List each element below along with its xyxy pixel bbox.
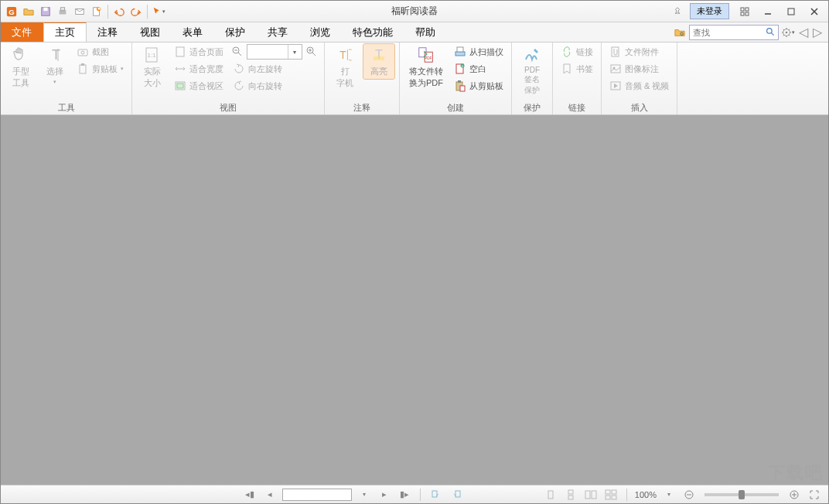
tab-features[interactable]: 特色功能 bbox=[342, 22, 404, 42]
fit-visible-button[interactable]: 适合视区 bbox=[171, 78, 227, 94]
tab-browse[interactable]: 浏览 bbox=[299, 22, 342, 42]
snapshot-button[interactable]: 截图 bbox=[73, 44, 127, 60]
nav-next-icon[interactable]: ▷ bbox=[811, 25, 824, 40]
scanner-icon bbox=[454, 46, 466, 58]
group-label: 插入 bbox=[606, 101, 672, 114]
from-clipboard-button[interactable]: 从剪贴板 bbox=[451, 78, 507, 94]
fit-width-button[interactable]: 适合宽度 bbox=[171, 61, 227, 77]
pdf-sign-button[interactable]: PDF 签名 保护 bbox=[517, 44, 548, 97]
open-icon[interactable] bbox=[21, 4, 36, 19]
svg-text:G: G bbox=[9, 7, 14, 15]
ribbon-options-icon[interactable] bbox=[734, 3, 756, 20]
page-dropdown-icon[interactable]: ▾ bbox=[357, 488, 372, 502]
continuous-icon[interactable] bbox=[563, 488, 578, 502]
email-icon[interactable] bbox=[72, 4, 87, 19]
title-bar: G ✱ ▾ 福昕阅读器 未登录 bbox=[1, 1, 828, 22]
bookmark-button[interactable]: 书签 bbox=[558, 61, 596, 77]
folder-search-icon[interactable] bbox=[672, 25, 687, 40]
document-area[interactable] bbox=[1, 115, 828, 485]
svg-rect-31 bbox=[177, 83, 183, 88]
tab-annotate[interactable]: 注释 bbox=[87, 22, 129, 42]
zoom-out-icon[interactable] bbox=[230, 44, 245, 60]
svg-rect-64 bbox=[592, 491, 596, 499]
facing-icon[interactable] bbox=[583, 488, 599, 502]
app-logo[interactable]: G bbox=[4, 4, 19, 19]
svg-rect-4 bbox=[60, 10, 67, 14]
maximize-icon[interactable] bbox=[780, 3, 802, 20]
continuous-facing-icon[interactable] bbox=[603, 488, 619, 502]
login-button[interactable]: 未登录 bbox=[690, 3, 729, 19]
next-page-icon[interactable]: ▸ bbox=[377, 488, 392, 502]
clipboard-button[interactable]: 剪贴板▾ bbox=[73, 61, 127, 77]
nav-forward-icon[interactable] bbox=[449, 488, 464, 502]
tab-help[interactable]: 帮助 bbox=[404, 22, 447, 42]
zoom-out-icon[interactable] bbox=[681, 488, 697, 502]
close-icon[interactable] bbox=[803, 3, 825, 20]
select-tool-button[interactable]: T 选择▾ bbox=[39, 44, 70, 87]
svg-rect-15 bbox=[788, 9, 794, 15]
link-button[interactable]: 链接 bbox=[558, 44, 596, 60]
rotate-left-button[interactable]: 向左旋转 bbox=[230, 61, 319, 77]
attach-file-button[interactable]: 文件附件 bbox=[606, 44, 672, 60]
zoom-dropdown-icon[interactable]: ▾ bbox=[661, 488, 677, 502]
zoom-in-icon[interactable] bbox=[786, 488, 802, 502]
highlight-button[interactable]: T 高亮 bbox=[363, 44, 394, 79]
svg-rect-68 bbox=[612, 495, 616, 499]
save-icon[interactable] bbox=[38, 4, 53, 19]
print-icon[interactable] bbox=[55, 4, 70, 19]
group-create: PDF 将文件转 换为PDF 从扫描仪 +空白 从剪贴板 创建 bbox=[400, 43, 512, 114]
status-bar: ◂▮ ◂ ▾ ▸ ▮▸ 100% ▾ bbox=[1, 485, 828, 503]
zoom-input[interactable] bbox=[247, 47, 288, 56]
zoom-slider[interactable] bbox=[704, 493, 779, 496]
hand-tool-button[interactable]: 手型 工具 bbox=[5, 44, 36, 90]
tab-home[interactable]: 主页 bbox=[43, 22, 87, 42]
zoom-dropdown-icon[interactable]: ▾ bbox=[288, 45, 300, 59]
nav-back-icon[interactable] bbox=[428, 488, 444, 502]
link-icon bbox=[561, 46, 573, 58]
svg-rect-23 bbox=[78, 49, 87, 56]
page-number-input[interactable] bbox=[282, 489, 352, 501]
svg-rect-46 bbox=[455, 52, 465, 56]
first-page-icon[interactable]: ◂▮ bbox=[242, 488, 258, 502]
media-button[interactable]: 音频 & 视频 bbox=[606, 78, 672, 94]
svg-line-38 bbox=[312, 53, 316, 56]
search-input[interactable] bbox=[690, 28, 762, 37]
undo-icon[interactable] bbox=[111, 4, 127, 19]
actual-size-button[interactable]: 1:1 实际 大小 bbox=[137, 44, 168, 90]
convert-to-pdf-button[interactable]: PDF 将文件转 换为PDF bbox=[404, 44, 448, 90]
last-page-icon[interactable]: ▮▸ bbox=[397, 488, 412, 502]
pin-icon[interactable] bbox=[670, 4, 685, 19]
clipboard-icon bbox=[77, 63, 89, 75]
svg-rect-29 bbox=[176, 47, 184, 56]
fullscreen-icon[interactable] bbox=[807, 488, 822, 502]
hand-icon bbox=[12, 46, 30, 64]
tab-share[interactable]: 共享 bbox=[257, 22, 299, 42]
nav-prev-icon[interactable]: ◁ bbox=[797, 25, 810, 40]
tab-file[interactable]: 文件 bbox=[1, 22, 43, 42]
prev-page-icon[interactable]: ◂ bbox=[262, 488, 278, 502]
group-tools: 手型 工具 T 选择▾ 截图 剪贴板▾ 工具 bbox=[1, 43, 132, 114]
svg-text:PDF: PDF bbox=[425, 56, 432, 60]
zoom-in-icon[interactable] bbox=[304, 44, 319, 60]
image-annot-button[interactable]: 图像标注 bbox=[606, 61, 672, 77]
settings-icon[interactable]: ▾ bbox=[780, 25, 796, 40]
blank-page-button[interactable]: +空白 bbox=[451, 61, 507, 77]
search-go-icon[interactable] bbox=[762, 26, 778, 39]
from-scanner-button[interactable]: 从扫描仪 bbox=[451, 44, 507, 60]
new-doc-icon[interactable]: ✱ bbox=[89, 4, 104, 19]
typewriter-icon: T bbox=[336, 46, 354, 64]
rotate-right-button[interactable]: 向右旋转 bbox=[230, 78, 319, 94]
minimize-icon[interactable] bbox=[757, 3, 779, 20]
tab-protect[interactable]: 保护 bbox=[214, 22, 257, 42]
tab-view[interactable]: 视图 bbox=[129, 22, 172, 42]
single-page-icon[interactable] bbox=[543, 488, 558, 502]
svg-text:1:1: 1:1 bbox=[147, 52, 156, 59]
fit-page-button[interactable]: 适合页面 bbox=[171, 44, 227, 60]
svg-point-17 bbox=[766, 29, 772, 34]
group-label: 创建 bbox=[404, 101, 507, 114]
typewriter-button[interactable]: T 打 字机 bbox=[329, 44, 360, 90]
tab-form[interactable]: 表单 bbox=[172, 22, 214, 42]
redo-icon[interactable] bbox=[128, 4, 144, 19]
svg-rect-25 bbox=[80, 65, 86, 73]
cursor-mode-icon[interactable]: ▾ bbox=[151, 4, 166, 19]
